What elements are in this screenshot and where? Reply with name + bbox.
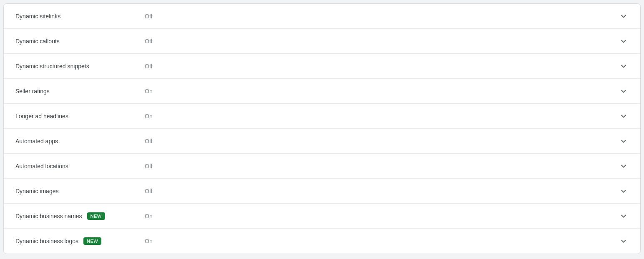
setting-status: On (145, 213, 619, 219)
setting-label-wrap: Dynamic images (15, 188, 145, 194)
setting-row-dynamic-business-logos[interactable]: Dynamic business logos NEW On (4, 229, 640, 254)
chevron-down-icon (619, 36, 629, 46)
setting-status: Off (145, 188, 619, 194)
setting-label-wrap: Dynamic callouts (15, 38, 145, 45)
setting-label-wrap: Seller ratings (15, 88, 145, 95)
setting-label: Longer ad headlines (15, 113, 68, 120)
setting-row-automated-apps[interactable]: Automated apps Off (4, 129, 640, 154)
setting-row-dynamic-callouts[interactable]: Dynamic callouts Off (4, 29, 640, 54)
setting-label: Seller ratings (15, 88, 50, 95)
setting-label-wrap: Dynamic sitelinks (15, 13, 145, 20)
chevron-down-icon (619, 161, 629, 171)
setting-row-dynamic-images[interactable]: Dynamic images Off (4, 179, 640, 204)
setting-status: On (145, 88, 619, 95)
setting-label: Dynamic business logos (15, 238, 78, 244)
chevron-down-icon (619, 136, 629, 146)
chevron-down-icon (619, 11, 629, 21)
chevron-down-icon (619, 186, 629, 196)
setting-label: Dynamic structured snippets (15, 63, 89, 70)
setting-label: Automated apps (15, 138, 58, 144)
setting-row-seller-ratings[interactable]: Seller ratings On (4, 79, 640, 104)
setting-label: Dynamic business names (15, 213, 82, 219)
chevron-down-icon (619, 236, 629, 246)
setting-status: Off (145, 138, 619, 144)
setting-label: Dynamic sitelinks (15, 13, 60, 20)
setting-row-longer-ad-headlines[interactable]: Longer ad headlines On (4, 104, 640, 129)
setting-label-wrap: Dynamic business names NEW (15, 212, 145, 220)
setting-status: Off (145, 63, 619, 70)
setting-row-automated-locations[interactable]: Automated locations Off (4, 154, 640, 179)
setting-status: Off (145, 13, 619, 20)
setting-label-wrap: Dynamic structured snippets (15, 63, 145, 70)
setting-label: Dynamic images (15, 188, 58, 194)
setting-status: On (145, 113, 619, 120)
chevron-down-icon (619, 86, 629, 96)
chevron-down-icon (619, 211, 629, 221)
setting-label: Automated locations (15, 163, 68, 169)
chevron-down-icon (619, 61, 629, 71)
setting-status: On (145, 238, 619, 244)
setting-label-wrap: Automated apps (15, 138, 145, 144)
setting-status: Off (145, 38, 619, 45)
setting-row-dynamic-sitelinks[interactable]: Dynamic sitelinks Off (4, 4, 640, 29)
new-badge: NEW (87, 212, 105, 220)
setting-status: Off (145, 163, 619, 169)
setting-label-wrap: Dynamic business logos NEW (15, 237, 145, 245)
setting-label-wrap: Automated locations (15, 163, 145, 169)
settings-panel: Dynamic sitelinks Off Dynamic callouts O… (3, 3, 641, 254)
setting-row-dynamic-structured-snippets[interactable]: Dynamic structured snippets Off (4, 54, 640, 79)
chevron-down-icon (619, 111, 629, 121)
setting-label: Dynamic callouts (15, 38, 60, 45)
new-badge: NEW (83, 237, 101, 245)
setting-label-wrap: Longer ad headlines (15, 113, 145, 120)
setting-row-dynamic-business-names[interactable]: Dynamic business names NEW On (4, 204, 640, 229)
